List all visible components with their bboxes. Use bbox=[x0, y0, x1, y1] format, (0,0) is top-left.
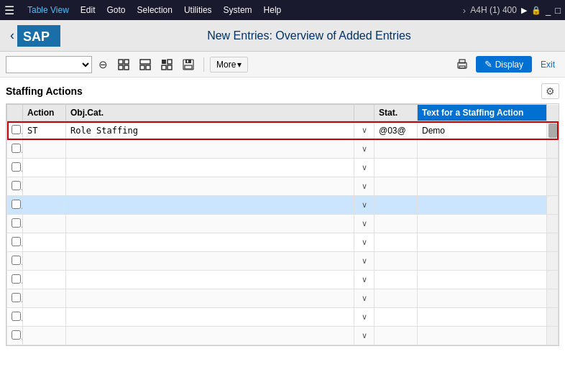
exit-button[interactable]: Exit bbox=[536, 57, 559, 73]
cell-dropdown[interactable]: ∨ bbox=[354, 289, 375, 308]
cell-dropdown[interactable]: ∨ bbox=[354, 159, 375, 177]
title-bar: ‹ SAP New Entries: Overview of Added Ent… bbox=[0, 20, 565, 52]
cell-dropdown[interactable]: ∨ bbox=[354, 271, 375, 289]
row-checkbox[interactable] bbox=[12, 312, 21, 321]
svg-rect-4 bbox=[119, 65, 123, 70]
maximize-icon[interactable]: □ bbox=[555, 5, 561, 16]
cell-action bbox=[23, 327, 66, 345]
row-checkbox[interactable] bbox=[12, 218, 21, 228]
svg-rect-19 bbox=[459, 66, 465, 68]
table-row[interactable]: ∨ bbox=[7, 327, 559, 345]
table-row[interactable]: ∨ bbox=[7, 196, 559, 215]
cell-dropdown[interactable]: ∨ bbox=[354, 177, 375, 196]
section-header: Staffing Actions ⚙ bbox=[6, 83, 559, 99]
cell-dropdown[interactable]: ∨ bbox=[354, 196, 375, 215]
cell-dropdown[interactable]: ∨ bbox=[354, 327, 375, 345]
cell-objcat bbox=[66, 289, 354, 308]
minimize-icon[interactable]: _ bbox=[546, 5, 551, 16]
table-row[interactable]: ∨ bbox=[7, 177, 559, 196]
menu-item-tableview[interactable]: Table View bbox=[22, 2, 75, 18]
cell-dropdown[interactable]: ∨ bbox=[354, 233, 375, 252]
table-row[interactable]: STRole Staffing∨@03@Demo bbox=[7, 121, 559, 140]
scroll-cell bbox=[547, 233, 559, 252]
table-row[interactable]: ∨ bbox=[7, 140, 559, 159]
table-row[interactable]: ∨ bbox=[7, 271, 559, 289]
table-body: STRole Staffing∨@03@Demo∨∨∨∨∨∨∨∨∨∨∨ bbox=[7, 121, 559, 345]
scroll-cell bbox=[547, 327, 559, 345]
cell-stat bbox=[375, 252, 418, 271]
menu-item-edit[interactable]: Edit bbox=[75, 2, 101, 18]
svg-rect-5 bbox=[124, 65, 129, 70]
cell-text bbox=[418, 196, 547, 215]
header-objcat: Obj.Cat. bbox=[66, 105, 354, 121]
header-checkbox bbox=[7, 105, 23, 121]
svg-rect-3 bbox=[124, 60, 129, 64]
row-checkbox[interactable] bbox=[12, 274, 21, 284]
more-button[interactable]: More ▾ bbox=[210, 57, 248, 73]
table-row[interactable]: ∨ bbox=[7, 159, 559, 177]
hamburger-icon[interactable]: ☰ bbox=[4, 4, 14, 17]
svg-rect-15 bbox=[185, 65, 192, 69]
svg-rect-10 bbox=[167, 60, 172, 64]
cell-dropdown[interactable]: ∨ bbox=[354, 308, 375, 327]
menu-item-utilities[interactable]: Utilities bbox=[178, 2, 218, 18]
cell-stat bbox=[375, 289, 418, 308]
table-header-row: Action Obj.Cat. Stat. Text for a Staffin… bbox=[7, 105, 559, 121]
cell-objcat bbox=[66, 215, 354, 233]
table-row[interactable]: ∨ bbox=[7, 252, 559, 271]
scroll-cell bbox=[547, 121, 559, 140]
menu-item-system[interactable]: System bbox=[218, 2, 258, 18]
grid-button[interactable] bbox=[114, 57, 133, 73]
row-checkbox[interactable] bbox=[12, 330, 21, 340]
cell-dropdown[interactable]: ∨ bbox=[354, 215, 375, 233]
back-button[interactable]: ‹ bbox=[7, 25, 17, 46]
row-checkbox[interactable] bbox=[12, 181, 21, 190]
minus-button[interactable]: ⊖ bbox=[95, 56, 111, 73]
cell-action bbox=[23, 271, 66, 289]
svg-rect-12 bbox=[167, 65, 172, 70]
row-checkbox[interactable] bbox=[12, 293, 21, 302]
cell-text: Demo bbox=[418, 121, 547, 140]
cell-text bbox=[418, 327, 547, 345]
lock-icon[interactable]: 🔒 bbox=[531, 6, 541, 15]
cell-stat bbox=[375, 308, 418, 327]
svg-text:SAP: SAP bbox=[23, 29, 50, 44]
table-row[interactable]: ∨ bbox=[7, 289, 559, 308]
cell-stat bbox=[375, 159, 418, 177]
table-row[interactable]: ∨ bbox=[7, 233, 559, 252]
four-grid-button[interactable] bbox=[157, 57, 176, 73]
row-checkbox[interactable] bbox=[12, 256, 21, 265]
table-row[interactable]: ∨ bbox=[7, 215, 559, 233]
menu-item-selection[interactable]: Selection bbox=[132, 2, 178, 18]
split-button[interactable] bbox=[136, 57, 155, 73]
row-checkbox[interactable] bbox=[12, 237, 21, 246]
cell-stat bbox=[375, 271, 418, 289]
section-settings-button[interactable]: ⚙ bbox=[541, 83, 559, 99]
cell-text bbox=[418, 159, 547, 177]
chevron-down-icon: ▾ bbox=[237, 60, 242, 70]
play-icon[interactable]: ▶ bbox=[521, 6, 527, 15]
print-button[interactable] bbox=[453, 57, 472, 73]
menu-bar-right: › A4H (1) 400 ▶ 🔒 _ □ bbox=[463, 5, 561, 16]
cell-text bbox=[418, 177, 547, 196]
row-checkbox[interactable] bbox=[12, 144, 21, 153]
menu-item-help[interactable]: Help bbox=[258, 2, 288, 18]
svg-rect-16 bbox=[187, 60, 188, 62]
toolbar-select[interactable] bbox=[6, 56, 92, 73]
display-button[interactable]: ✎ Display bbox=[476, 56, 532, 73]
table-row[interactable]: ∨ bbox=[7, 308, 559, 327]
cell-text bbox=[418, 252, 547, 271]
cell-dropdown[interactable]: ∨ bbox=[354, 140, 375, 159]
cell-action bbox=[23, 159, 66, 177]
cell-action bbox=[23, 215, 66, 233]
menu-item-goto[interactable]: Goto bbox=[101, 2, 132, 18]
save-icon-button[interactable] bbox=[179, 57, 198, 73]
cell-dropdown[interactable]: ∨ bbox=[354, 121, 375, 140]
row-checkbox[interactable] bbox=[12, 200, 21, 209]
scroll-cell bbox=[547, 215, 559, 233]
svg-rect-2 bbox=[119, 60, 123, 64]
svg-rect-6 bbox=[140, 60, 150, 64]
row-checkbox[interactable] bbox=[12, 162, 21, 172]
row-checkbox[interactable] bbox=[12, 125, 21, 134]
cell-dropdown[interactable]: ∨ bbox=[354, 252, 375, 271]
